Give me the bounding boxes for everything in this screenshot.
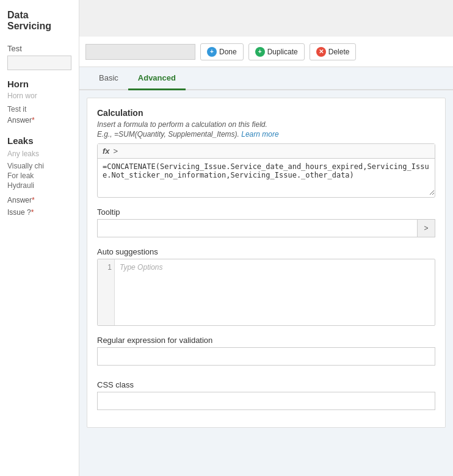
calc-desc2-text: E.g., =SUM(Quantity, Supplemental_Items)… bbox=[97, 130, 239, 139]
delete-label: Delete bbox=[328, 48, 350, 56]
visually-check-label: Visually chi bbox=[7, 162, 71, 170]
tabs-header: Basic Advanced bbox=[79, 67, 453, 90]
horn-title: Horn bbox=[7, 79, 71, 89]
formula-box: fx > bbox=[97, 143, 435, 198]
horn-subtitle: Horn wor bbox=[7, 92, 71, 100]
regex-label: Regular expression for validation bbox=[97, 336, 435, 345]
required-star-2: * bbox=[32, 196, 35, 204]
left-panel: Data Servicing Test Horn Horn wor Test i… bbox=[0, 0, 79, 476]
formula-chevron: > bbox=[114, 146, 118, 156]
required-star-3: * bbox=[31, 208, 34, 217]
tooltip-input[interactable] bbox=[97, 219, 417, 237]
duplicate-button[interactable]: + Duplicate bbox=[248, 43, 305, 60]
delete-button[interactable]: ✕ Delete bbox=[310, 43, 357, 60]
css-class-label: CSS class bbox=[97, 380, 435, 389]
fx-label: fx bbox=[103, 146, 110, 156]
calculation-title: Calculation bbox=[97, 108, 435, 118]
for-leak-label: For leak bbox=[7, 171, 71, 180]
answer-required-leaks: Answer* bbox=[7, 196, 71, 204]
formula-toolbar: fx > bbox=[98, 144, 435, 159]
any-leaks-label: Any leaks bbox=[7, 150, 71, 158]
done-icon: + bbox=[207, 47, 217, 57]
tooltip-label: Tooltip bbox=[97, 207, 435, 217]
tab-basic[interactable]: Basic bbox=[89, 67, 128, 90]
auto-suggestions-box: 1 Type Options bbox=[97, 259, 435, 326]
done-label: Done bbox=[219, 48, 237, 56]
duplicate-icon: + bbox=[255, 47, 265, 57]
done-button[interactable]: + Done bbox=[200, 43, 244, 60]
test-input[interactable] bbox=[7, 56, 71, 70]
issue-required: Issue ?* bbox=[7, 208, 71, 217]
test-it-label: Test it bbox=[7, 105, 71, 114]
line-number: 1 bbox=[98, 259, 115, 325]
auto-suggestions-label: Auto suggestions bbox=[97, 247, 435, 256]
formula-textarea[interactable] bbox=[98, 159, 435, 195]
tooltip-row: > bbox=[97, 219, 435, 237]
delete-icon: ✕ bbox=[316, 47, 326, 57]
suggestions-placeholder: Type Options bbox=[115, 259, 167, 325]
tab-advanced[interactable]: Advanced bbox=[128, 67, 186, 90]
tooltip-chevron-btn[interactable]: > bbox=[417, 219, 435, 237]
answer-required-horn: Answer* bbox=[7, 116, 71, 124]
learn-more-link[interactable]: Learn more bbox=[241, 130, 278, 139]
tab-panel: Basic Advanced Calculation Insert a form… bbox=[79, 67, 453, 476]
advanced-tab-content: Calculation Insert a formula to perform … bbox=[87, 98, 446, 428]
regex-input[interactable] bbox=[97, 347, 435, 366]
required-star: * bbox=[32, 116, 35, 124]
top-bar: + Done + Duplicate ✕ Delete bbox=[79, 37, 453, 67]
top-bar-input[interactable] bbox=[85, 44, 195, 60]
duplicate-label: Duplicate bbox=[267, 48, 298, 56]
test-label: Test bbox=[7, 44, 71, 53]
leaks-title: Leaks bbox=[7, 135, 71, 146]
hydrauli-label: Hydrauli bbox=[7, 181, 71, 190]
calc-desc2: E.g., =SUM(Quantity, Supplemental_Items)… bbox=[97, 130, 435, 139]
calc-desc1: Insert a formula to perform a calculatio… bbox=[97, 120, 435, 129]
css-class-input[interactable] bbox=[97, 392, 435, 410]
app-title: Data Servicing bbox=[7, 10, 71, 32]
